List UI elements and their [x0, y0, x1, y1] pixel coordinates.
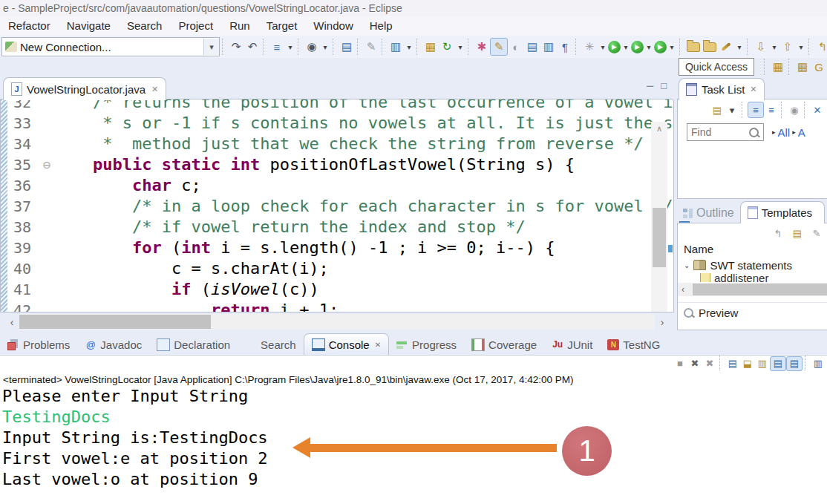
hierarchy-icon[interactable]: ≡ — [269, 39, 285, 55]
show-on-stderr-icon[interactable]: ▤ — [786, 356, 803, 371]
chevron-down-icon[interactable]: ▾ — [796, 39, 806, 55]
chevron-down-icon[interactable]: ▾ — [285, 39, 295, 55]
show-source-icon[interactable]: ▥ — [540, 39, 557, 55]
tree-item-swt[interactable]: ⌄ SWT statements — [678, 257, 827, 273]
fold-minus-icon[interactable]: ⊖ — [40, 159, 53, 171]
git-perspective-icon[interactable]: G — [811, 59, 827, 75]
coverage-run-icon[interactable]: ▶ — [631, 41, 644, 53]
minimize-icon[interactable]: ─ — [647, 80, 653, 91]
wand-icon[interactable] — [718, 39, 734, 55]
quill-editor-icon[interactable]: ▥ — [388, 39, 404, 55]
paragraph-icon[interactable]: ¶ — [557, 39, 573, 55]
open-folder-icon[interactable] — [702, 39, 718, 55]
menu-target[interactable]: Target — [258, 16, 306, 36]
highlighter-icon[interactable]: ✎ — [490, 38, 508, 56]
hide-completed-icon[interactable]: ✕ — [810, 102, 825, 117]
find-input[interactable] — [687, 126, 748, 138]
new-template-icon[interactable]: ▤ — [791, 227, 804, 239]
chevron-down-icon[interactable]: ▾ — [404, 39, 414, 55]
task-list-tab[interactable]: Task List ✕ — [679, 78, 765, 100]
scroll-lock-icon[interactable]: ⬓ — [740, 357, 755, 370]
menu-project[interactable]: Project — [170, 16, 221, 36]
close-icon[interactable]: ✕ — [750, 85, 756, 94]
quick-access-button[interactable]: Quick Access — [679, 58, 754, 76]
debug-icon[interactable]: ✳ — [581, 39, 598, 55]
show-on-stdout-icon[interactable]: ▤ — [770, 356, 786, 371]
clear-console-icon[interactable]: ▤ — [725, 357, 740, 370]
tab-testng[interactable]: NTestNG — [600, 334, 667, 355]
tab-javadoc[interactable]: @Javadoc — [77, 334, 149, 355]
chevron-down-icon[interactable]: ▾ — [320, 39, 330, 55]
tab-coverage[interactable]: Coverage — [464, 334, 544, 355]
tab-problems[interactable]: Problems — [0, 334, 77, 355]
remove-launch-icon[interactable]: ✖ — [687, 357, 702, 370]
chevron-down-icon[interactable]: ▾ — [769, 39, 779, 55]
pencil-slash-icon[interactable]: ✎ — [363, 39, 379, 55]
profile-run-icon[interactable]: ▶ — [654, 41, 667, 53]
scroll-left-arrow[interactable]: ‹ — [6, 314, 18, 330]
chevron-down-icon[interactable]: ▾ — [598, 39, 608, 55]
chevron-down-icon[interactable]: ▾ — [725, 102, 739, 117]
open-type-icon[interactable]: ▤ — [524, 39, 540, 55]
tree-expand-icon[interactable]: ⌄ — [684, 261, 690, 269]
menu-navigate[interactable]: Navigate — [59, 16, 119, 36]
tab-search[interactable]: Search — [238, 334, 304, 355]
run-icon[interactable]: ▶ — [608, 41, 621, 53]
filter-activate-link[interactable]: A — [798, 126, 805, 139]
import-icon[interactable]: ⇩ — [753, 39, 769, 55]
console-view-icon[interactable]: ▤ — [339, 39, 355, 55]
console-view[interactable]: <terminated> VowelStringLocator [Java Ap… — [0, 371, 827, 504]
export-icon[interactable]: ⇧ — [779, 39, 796, 55]
refresh-icon[interactable]: ↻ — [439, 39, 455, 55]
filter-all-link[interactable]: All — [778, 126, 791, 139]
scrollbar-thumb[interactable] — [693, 284, 827, 295]
tree-item-addlistener[interactable]: addlistener — [678, 273, 827, 282]
tab-outline[interactable]: Outline — [677, 203, 740, 223]
maximize-icon[interactable]: □ — [661, 80, 667, 91]
java-perspective-icon[interactable]: ▦ — [794, 59, 811, 75]
editor-tab[interactable]: J VowelStringLocator.java ✕ — [3, 77, 166, 100]
new-package-icon[interactable]: ▦ — [422, 39, 439, 55]
menu-refactor[interactable]: Refactor — [0, 16, 59, 36]
tab-console[interactable]: Console✕ — [304, 333, 389, 355]
chevron-down-icon[interactable]: ▾ — [203, 39, 219, 55]
toggle-mark-icon[interactable]: ◐ — [508, 39, 524, 55]
close-icon[interactable]: ✕ — [375, 341, 381, 349]
pin-console-icon[interactable]: ▥ — [811, 357, 826, 370]
scheduled-view-icon[interactable]: ≡ — [764, 102, 779, 117]
scroll-left-arrow[interactable]: ‹ — [678, 283, 688, 296]
menu-window[interactable]: Window — [305, 16, 361, 36]
record-icon[interactable]: ✱ — [474, 39, 490, 55]
chevron-down-icon[interactable]: ▾ — [734, 39, 745, 55]
scroll-up-arrow[interactable]: ∧ — [651, 122, 667, 135]
scrollbar-thumb[interactable] — [653, 208, 666, 267]
chevron-down-icon[interactable]: ▾ — [455, 39, 465, 55]
tab-declaration[interactable]: Declaration — [149, 334, 238, 355]
vertical-scrollbar[interactable]: ∧ ∨ — [651, 122, 667, 312]
overview-ruler-marker[interactable] — [668, 245, 673, 252]
close-icon[interactable]: ✕ — [151, 85, 158, 94]
menu-help[interactable]: Help — [362, 16, 401, 36]
tab-junit[interactable]: JuJUnit — [544, 334, 600, 355]
tab-templates[interactable]: Templates — [740, 201, 825, 223]
find-input-box[interactable] — [687, 123, 764, 141]
categorized-view-icon[interactable]: ≡ — [748, 102, 764, 118]
word-wrap-icon[interactable]: ▥ — [755, 357, 770, 370]
new-connection-combo[interactable]: New Connection... ▾ — [1, 37, 220, 56]
scrollbar-thumb[interactable] — [19, 315, 211, 329]
chevron-down-icon[interactable]: ▾ — [644, 39, 654, 55]
open-folder-icon[interactable] — [685, 39, 702, 55]
remove-all-launches-icon[interactable]: ✖ — [702, 357, 717, 370]
code-area[interactable]: 32 /* returns the position of the last o… — [0, 99, 674, 312]
templates-horizontal-scrollbar[interactable]: ‹ — [678, 283, 827, 296]
new-task-icon[interactable]: ▤ — [710, 102, 725, 117]
user-icon[interactable]: ◉ — [304, 39, 320, 55]
menu-search[interactable]: Search — [119, 16, 171, 36]
focus-workweek-icon[interactable]: ◉ — [787, 102, 802, 117]
scroll-right-arrow[interactable]: › — [656, 314, 668, 330]
prev-annotation-icon[interactable]: ↶ — [244, 39, 261, 55]
chevron-down-icon[interactable]: ▾ — [667, 39, 677, 55]
tab-progress[interactable]: Progress — [389, 334, 464, 355]
edit-template-icon[interactable]: ✎ — [810, 227, 823, 239]
next-annotation-icon[interactable]: ↷ — [228, 39, 244, 55]
